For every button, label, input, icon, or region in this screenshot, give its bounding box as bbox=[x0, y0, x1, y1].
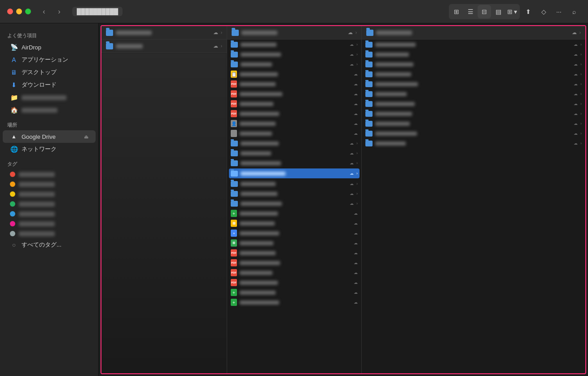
col3-item-11[interactable]: ☁ › bbox=[362, 138, 585, 148]
list-view-button[interactable]: ☰ bbox=[464, 5, 477, 18]
col1-subcloud-icon: ☁ bbox=[213, 43, 218, 49]
column-1: ☁ › ☁ › bbox=[101, 26, 227, 373]
col3-item-1[interactable]: ☁ › bbox=[362, 40, 585, 49]
col2-item-20[interactable]: ≡ ☁ bbox=[227, 228, 361, 238]
tag-button[interactable]: ◇ bbox=[537, 5, 550, 18]
item-chevron-selected: › bbox=[356, 171, 358, 176]
airdrop-icon: 📡 bbox=[10, 43, 18, 51]
item-cloud: ☁ bbox=[574, 52, 578, 57]
item-name bbox=[240, 82, 276, 86]
item-name bbox=[375, 72, 411, 76]
col2-item-5[interactable]: PDF ☁ bbox=[227, 79, 361, 89]
fullscreen-button[interactable] bbox=[25, 9, 31, 14]
item-name bbox=[241, 62, 272, 66]
back-button[interactable]: ‹ bbox=[38, 6, 50, 18]
item-name bbox=[240, 291, 276, 295]
note-file-icon: 📋 bbox=[231, 71, 237, 78]
col3-item-6[interactable]: ☁ › bbox=[362, 89, 585, 99]
col3-item-4[interactable]: ☁ › bbox=[362, 69, 585, 79]
sidebar-item-desktop[interactable]: 🖥 デスクトップ bbox=[3, 66, 96, 79]
eject-icon[interactable]: ⏏ bbox=[84, 134, 88, 140]
app-icon-green2: + bbox=[231, 299, 237, 306]
col2-item-22[interactable]: PDF ☁ bbox=[227, 248, 361, 258]
item-cloud: ☁ bbox=[354, 221, 358, 226]
item-name bbox=[240, 132, 272, 136]
search-button[interactable]: ⌕ bbox=[567, 5, 581, 18]
col2-item-18[interactable]: + ☁ bbox=[227, 208, 361, 218]
close-button[interactable] bbox=[7, 9, 13, 14]
col2-item-13[interactable]: ☁ › bbox=[227, 158, 361, 168]
col2-item-10[interactable]: ☁ bbox=[227, 128, 361, 138]
col2-item-1[interactable]: ☁ › bbox=[227, 40, 361, 49]
col2-item-27[interactable]: + ☁ bbox=[227, 297, 361, 307]
sidebar-item-tag-orange[interactable] bbox=[3, 179, 96, 189]
col3-item-7[interactable]: ☁ › bbox=[362, 99, 585, 109]
pdf-file-icon: PDF bbox=[231, 90, 237, 97]
sidebar-item-all-tags[interactable]: ○ すべてのタグ... bbox=[3, 239, 96, 251]
col2-item-25[interactable]: PDF ☁ bbox=[227, 278, 361, 288]
col2-item-8[interactable]: PDF ☁ bbox=[227, 109, 361, 119]
col2-item-17[interactable]: ☁ › bbox=[227, 199, 361, 208]
col2-item-2[interactable]: ☁ › bbox=[227, 49, 361, 59]
icon-view-button[interactable]: ⊞ bbox=[450, 5, 463, 18]
col2-item-19[interactable]: ▤ ☁ bbox=[227, 218, 361, 228]
col2-item-11[interactable]: ☁ › bbox=[227, 138, 361, 148]
col3-item-10[interactable]: ☁ › bbox=[362, 128, 585, 138]
col2-item-7[interactable]: PDF ☁ bbox=[227, 99, 361, 109]
sidebar-item-folder1[interactable]: 📁 bbox=[3, 91, 96, 104]
network-label: ネットワーク bbox=[22, 145, 57, 153]
share-button[interactable]: ⬆ bbox=[522, 5, 535, 18]
sidebar-item-tag-gray[interactable] bbox=[3, 229, 96, 239]
view-options-button[interactable]: ⊞ ▾ bbox=[505, 5, 519, 18]
minimize-button[interactable] bbox=[16, 9, 22, 14]
sidebar-item-downloads[interactable]: ⬇ ダウンロード bbox=[3, 79, 96, 91]
toolbar-icons: ⊞ ☰ ⊟ ▤ ⊞ ▾ ⬆ ◇ ··· ⌕ bbox=[449, 4, 581, 19]
col3-item-5[interactable]: ☁ › bbox=[362, 79, 585, 89]
col2-item-6[interactable]: PDF ☁ bbox=[227, 89, 361, 99]
pdf-file-icon: PDF bbox=[231, 80, 237, 88]
col3-title bbox=[376, 31, 412, 35]
sidebar-item-tag-blue[interactable] bbox=[3, 209, 96, 219]
col3-item-3[interactable]: ☁ › bbox=[362, 59, 585, 69]
pdf-file-icon: PDF bbox=[231, 269, 237, 276]
item-chevron: › bbox=[356, 151, 358, 155]
item-cloud: ☁ bbox=[354, 290, 358, 295]
col2-item-21[interactable]: ⊞ ☁ bbox=[227, 238, 361, 248]
sidebar-item-airdrop[interactable]: 📡 AirDrop bbox=[3, 41, 96, 53]
col2-item-12[interactable]: ☁ › bbox=[227, 148, 361, 158]
sidebar-item-tag-yellow[interactable] bbox=[3, 189, 96, 199]
col3-item-8[interactable]: ☁ › bbox=[362, 109, 585, 119]
applications-icon: A bbox=[10, 56, 18, 64]
item-cloud: ☁ bbox=[350, 201, 354, 206]
sidebar-item-tag-pink[interactable] bbox=[3, 219, 96, 229]
col2-item-26[interactable]: + ☁ bbox=[227, 288, 361, 297]
folder-icon bbox=[365, 71, 373, 77]
col2-item-selected[interactable]: ☁ › bbox=[229, 168, 360, 178]
col2-item-23[interactable]: PDF ☁ bbox=[227, 258, 361, 268]
column-view-button[interactable]: ⊟ bbox=[478, 5, 491, 18]
sidebar-item-tag-green[interactable] bbox=[3, 199, 96, 209]
col2-title bbox=[241, 31, 277, 35]
col3-item-9[interactable]: ☁ › bbox=[362, 119, 585, 128]
sidebar-item-applications[interactable]: A アプリケーション bbox=[3, 53, 96, 66]
gallery-view-button[interactable]: ▤ bbox=[491, 5, 505, 18]
item-name bbox=[375, 43, 416, 47]
folder-icon bbox=[365, 141, 373, 146]
sidebar-item-folder2[interactable]: 🏠 bbox=[3, 104, 96, 116]
more-button[interactable]: ··· bbox=[552, 5, 566, 18]
col2-item-9[interactable]: 👤 ☁ bbox=[227, 119, 361, 128]
sidebar-item-google-drive[interactable]: ▲ Google Drive ⏏ bbox=[3, 130, 96, 143]
col2-item-16[interactable]: ☁ › bbox=[227, 189, 361, 199]
sidebar-item-tag-red[interactable] bbox=[3, 169, 96, 179]
item-name bbox=[240, 251, 276, 255]
sidebar-item-network[interactable]: 🌐 ネットワーク bbox=[3, 143, 96, 155]
item-chevron: › bbox=[580, 102, 582, 106]
col2-item-24[interactable]: PDF ☁ bbox=[227, 268, 361, 278]
forward-button[interactable]: › bbox=[53, 6, 65, 18]
col3-item-2[interactable]: ☁ › bbox=[362, 49, 585, 59]
col2-item-3[interactable]: ☁ › bbox=[227, 59, 361, 69]
item-cloud: ☁ bbox=[354, 280, 358, 285]
col2-item-4[interactable]: 📋 ☁ bbox=[227, 69, 361, 79]
col2-item-15[interactable]: ☁ › bbox=[227, 179, 361, 189]
item-chevron: › bbox=[356, 201, 358, 206]
